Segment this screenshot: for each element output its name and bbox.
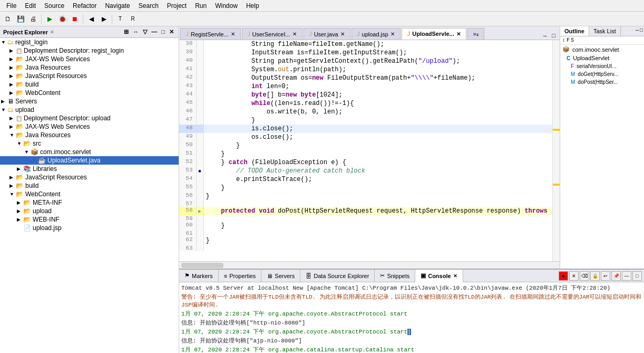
- outline-item-package[interactable]: 📦 com.imooc.servlet: [560, 45, 644, 54]
- tree-item-deployment-upload[interactable]: ▶ 📋 Deployment Descriptor: upload: [0, 114, 179, 122]
- tree-item-build-upload[interactable]: ▶ 📂 build: [0, 182, 179, 190]
- toolbar-new[interactable]: 🗋: [2, 13, 14, 25]
- minimize-console-button[interactable]: —: [622, 271, 631, 281]
- tree-item-build-regist[interactable]: ▶ 📂 build: [0, 80, 179, 89]
- tab-more[interactable]: »₂: [467, 28, 484, 40]
- menu-file[interactable]: File: [2, 1, 21, 11]
- close-console-button[interactable]: ✕: [569, 271, 579, 281]
- outline-item-serial[interactable]: F serialVersionUI...: [560, 62, 644, 70]
- toolbar-forward[interactable]: ▶: [98, 13, 110, 25]
- menu-navigate[interactable]: Navigate: [101, 1, 134, 11]
- minimap-scrollbar[interactable]: [552, 40, 560, 261]
- close-button[interactable]: ✕: [168, 28, 175, 36]
- tree-item-uploadservlet[interactable]: ☕ UploadServlet.java: [0, 156, 179, 165]
- menu-refactor[interactable]: Refactor: [69, 1, 101, 11]
- toolbar-sep1: [41, 14, 42, 24]
- outline-item-class[interactable]: C UploadServlet: [560, 54, 644, 62]
- tab-close-icon[interactable]: ✕: [391, 31, 395, 37]
- tab-servers[interactable]: 🖥 Servers: [261, 270, 300, 282]
- tab-close-icon[interactable]: ✕: [340, 31, 345, 37]
- tab-uploadjsp[interactable]: J upload.jsp ✕: [352, 28, 401, 40]
- outline-minimize[interactable]: —: [636, 27, 639, 35]
- tree-item-js-upload[interactable]: ▶ 📂 JavaScript Resources: [0, 173, 179, 182]
- pin-console-button[interactable]: 📌: [611, 271, 621, 281]
- tab-label: Snippets: [387, 273, 409, 279]
- collapse-all-button[interactable]: ⊞: [122, 28, 130, 36]
- tree-item-metainf[interactable]: ▶ 📂 META-INF: [0, 198, 179, 207]
- view-menu-button[interactable]: ▽: [141, 28, 149, 36]
- minimize-editor-button[interactable]: —: [541, 32, 549, 40]
- tree-item-java-resources-regist[interactable]: ▶ 📂 Java Resources: [0, 63, 179, 72]
- tree-item-upload-jsp[interactable]: 📄 upload.jsp: [0, 224, 179, 232]
- menu-edit[interactable]: Edit: [21, 1, 40, 11]
- folder-icon: 📂: [16, 55, 24, 63]
- tab-datasource[interactable]: 🗄 Data Source Explorer: [300, 270, 375, 282]
- sort-icon[interactable]: ↕: [562, 37, 565, 43]
- menu-source[interactable]: Source: [40, 1, 69, 11]
- close-icon[interactable]: ✕: [453, 273, 457, 279]
- tree-item-js-resources-regist[interactable]: ▶ 📂 JavaScript Resources: [0, 72, 179, 80]
- maximize-console-button[interactable]: □: [632, 271, 642, 281]
- tab-outline[interactable]: Outline: [560, 26, 589, 36]
- outline-maximize[interactable]: □: [640, 27, 643, 35]
- code-editor[interactable]: 38 String fileName=fileItem.getName(); 3…: [179, 40, 560, 261]
- console-line-6: 信息: 开始协议处理句柄["ajp-nio-8009"]: [181, 336, 642, 345]
- tab-close-icon[interactable]: ✕: [231, 31, 235, 37]
- clear-console-button[interactable]: ⌫: [580, 271, 589, 281]
- outline-item-doget[interactable]: M doGet(HttpServ...: [560, 70, 644, 78]
- scroll-lock-button[interactable]: 🔒: [590, 271, 600, 281]
- menu-project[interactable]: Project: [163, 1, 191, 11]
- menu-window[interactable]: Window: [211, 1, 242, 11]
- minimize-button[interactable]: —: [150, 28, 159, 36]
- tab-properties[interactable]: ≡ Properties: [219, 270, 262, 282]
- line-number: 38: [179, 40, 196, 49]
- stop-console-button[interactable]: ■: [559, 271, 568, 281]
- h-scroll-thumb[interactable]: [181, 263, 223, 268]
- toolbar-run[interactable]: ▶: [44, 13, 55, 25]
- project-explorer-close-icon[interactable]: ✕: [50, 30, 54, 35]
- tree-item-upload[interactable]: ▼ 🗂 upload: [0, 106, 179, 114]
- menu-help[interactable]: Help: [242, 1, 264, 11]
- tab-markers[interactable]: ⚑ Markers: [179, 270, 219, 282]
- tab-registservle[interactable]: J RegistServle... ✕: [180, 28, 241, 40]
- tree-item-servers[interactable]: ▶ 🖥 Servers: [0, 97, 179, 106]
- maximize-editor-button[interactable]: □: [550, 32, 558, 40]
- menu-search[interactable]: Search: [134, 1, 163, 11]
- maximize-button[interactable]: □: [160, 28, 167, 36]
- tab-close-icon[interactable]: ✕: [456, 31, 461, 37]
- horizontal-scrollbar[interactable]: [179, 261, 560, 269]
- toolbar-back[interactable]: ◀: [85, 13, 97, 25]
- tree-item-libraries[interactable]: ▶ 📚 Libraries: [0, 165, 179, 173]
- tree-item-regist-login[interactable]: ▼ 🗂 regist_login: [0, 38, 179, 46]
- menu-run[interactable]: Run: [191, 1, 211, 11]
- tab-task-list[interactable]: Task List: [589, 26, 621, 36]
- tree-item-jaxws-regist[interactable]: ▶ 📂 JAX-WS Web Services: [0, 55, 179, 63]
- tree-item-deployment-regist[interactable]: ▶ 📋 Deployment Descriptor: regist_login: [0, 46, 179, 55]
- tree-item-src[interactable]: ▼ 📂 src: [0, 139, 179, 148]
- toolbar-stop[interactable]: ⏹: [69, 13, 81, 25]
- hide-fields-icon[interactable]: F: [567, 37, 570, 43]
- toolbar-debug[interactable]: 🐞: [56, 13, 68, 25]
- word-wrap-button[interactable]: ↩: [601, 271, 610, 281]
- tab-console[interactable]: ▣ Console ✕: [415, 270, 463, 282]
- tab-close-icon[interactable]: ✕: [292, 31, 297, 37]
- link-editor-button[interactable]: ↔: [131, 28, 140, 36]
- tree-item-webcontent-regist[interactable]: ▶ 📂 WebContent: [0, 89, 179, 97]
- tab-uploadservle[interactable]: J UploadServle... ✕: [402, 28, 466, 40]
- tab-userservicei[interactable]: J UserServiceI... ✕: [242, 28, 303, 40]
- outline-item-dopost[interactable]: M doPost(HttpSer...: [560, 78, 644, 86]
- tree-item-webcontent-upload[interactable]: ▼ 📂 WebContent: [0, 190, 179, 198]
- toolbar-save[interactable]: 💾: [15, 13, 26, 25]
- tree-item-java-resources-upload[interactable]: ▼ 📂 Java Resources: [0, 131, 179, 139]
- tree-item-jaxws-upload[interactable]: ▶ 📂 JAX-WS Web Services: [0, 122, 179, 131]
- hide-static-icon[interactable]: S: [571, 37, 574, 43]
- tree-label: build: [25, 81, 38, 88]
- tab-snippets[interactable]: ✂ Snippets: [375, 270, 415, 282]
- toolbar-print[interactable]: 🖨: [27, 13, 39, 25]
- tree-item-upload-folder[interactable]: ▶ 📂 upload: [0, 207, 179, 215]
- tab-userjava[interactable]: J User.java ✕: [304, 28, 350, 40]
- toolbar-open-type[interactable]: T: [114, 13, 126, 25]
- tree-item-webinf[interactable]: ▶ 📂 WEB-INF: [0, 215, 179, 224]
- tree-item-package[interactable]: ▼ 📦 com.imooc.servlet: [0, 148, 179, 156]
- toolbar-open-res[interactable]: R: [127, 13, 139, 25]
